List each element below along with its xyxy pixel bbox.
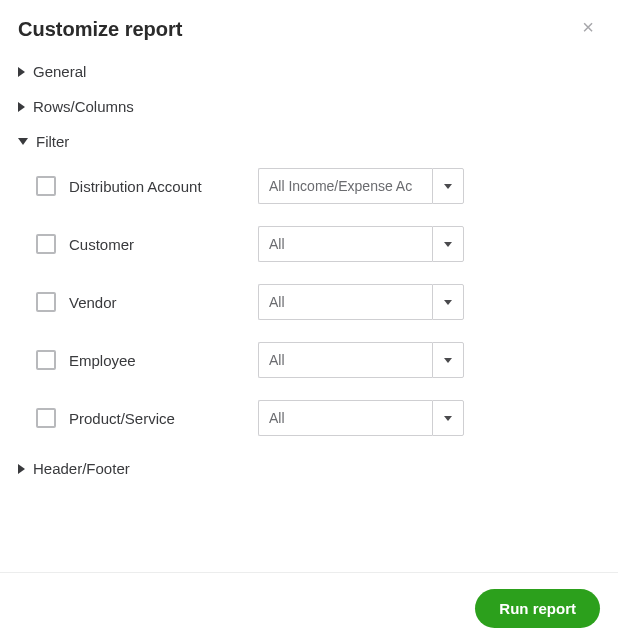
section-general[interactable]: General (18, 63, 600, 80)
customize-report-panel: Customize report × General Rows/Columns … (0, 0, 618, 477)
filter-label: Vendor (69, 294, 117, 311)
select-value[interactable]: All (258, 284, 432, 320)
select-caret[interactable] (432, 342, 464, 378)
section-label: Header/Footer (33, 460, 130, 477)
filter-left: Vendor (36, 292, 258, 312)
select-value[interactable]: All Income/Expense Ac (258, 168, 432, 204)
chevron-down-icon (444, 300, 452, 305)
caret-down-icon (18, 138, 28, 145)
section-filter[interactable]: Filter (18, 133, 600, 150)
filter-list: Distribution Account All Income/Expense … (18, 168, 600, 436)
select-value[interactable]: All (258, 342, 432, 378)
select-distribution-account[interactable]: All Income/Expense Ac (258, 168, 464, 204)
section-header-footer[interactable]: Header/Footer (18, 460, 600, 477)
checkbox-vendor[interactable] (36, 292, 56, 312)
select-value[interactable]: All (258, 226, 432, 262)
checkbox-product-service[interactable] (36, 408, 56, 428)
chevron-down-icon (444, 242, 452, 247)
checkbox-employee[interactable] (36, 350, 56, 370)
filter-label: Customer (69, 236, 134, 253)
select-value[interactable]: All (258, 400, 432, 436)
run-report-button[interactable]: Run report (475, 589, 600, 628)
close-icon[interactable]: × (578, 18, 598, 38)
select-caret[interactable] (432, 226, 464, 262)
section-label: Rows/Columns (33, 98, 134, 115)
section-label: Filter (36, 133, 69, 150)
filter-label: Product/Service (69, 410, 175, 427)
filter-label: Employee (69, 352, 136, 369)
chevron-down-icon (444, 416, 452, 421)
section-rows-columns[interactable]: Rows/Columns (18, 98, 600, 115)
chevron-down-icon (444, 358, 452, 363)
caret-right-icon (18, 464, 25, 474)
caret-right-icon (18, 67, 25, 77)
section-label: General (33, 63, 86, 80)
filter-left: Product/Service (36, 408, 258, 428)
filter-row-employee: Employee All (36, 342, 600, 378)
select-product-service[interactable]: All (258, 400, 464, 436)
filter-row-distribution-account: Distribution Account All Income/Expense … (36, 168, 600, 204)
filter-left: Distribution Account (36, 176, 258, 196)
checkbox-customer[interactable] (36, 234, 56, 254)
filter-label: Distribution Account (69, 178, 202, 195)
filter-left: Customer (36, 234, 258, 254)
select-caret[interactable] (432, 168, 464, 204)
filter-left: Employee (36, 350, 258, 370)
filter-row-vendor: Vendor All (36, 284, 600, 320)
filter-row-customer: Customer All (36, 226, 600, 262)
panel-footer: Run report (475, 589, 600, 628)
select-caret[interactable] (432, 400, 464, 436)
caret-right-icon (18, 102, 25, 112)
select-caret[interactable] (432, 284, 464, 320)
filter-row-product-service: Product/Service All (36, 400, 600, 436)
checkbox-distribution-account[interactable] (36, 176, 56, 196)
panel-header: Customize report × (18, 18, 600, 41)
select-vendor[interactable]: All (258, 284, 464, 320)
select-employee[interactable]: All (258, 342, 464, 378)
panel-title: Customize report (18, 18, 600, 41)
select-customer[interactable]: All (258, 226, 464, 262)
chevron-down-icon (444, 184, 452, 189)
footer-divider (0, 572, 618, 573)
